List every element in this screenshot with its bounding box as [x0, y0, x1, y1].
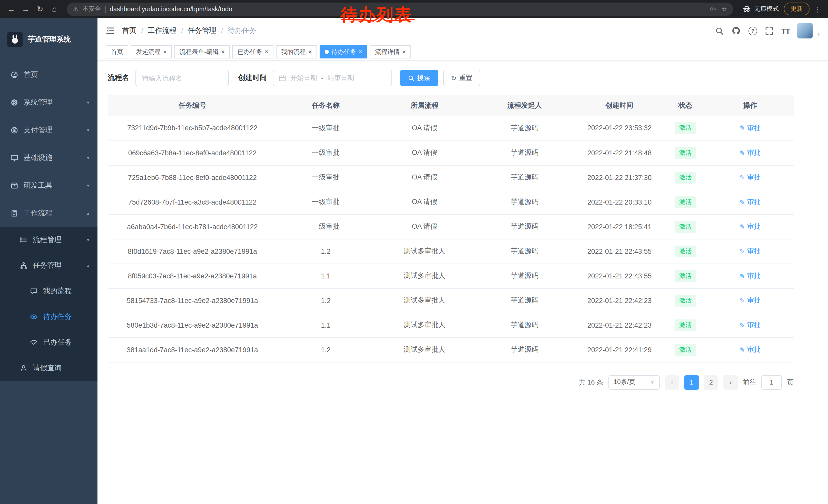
approve-button[interactable]: ✎审批	[740, 148, 760, 157]
approve-button[interactable]: ✎审批	[740, 222, 760, 231]
breadcrumb-workflow[interactable]: 工作流程	[148, 26, 176, 35]
process-name-input[interactable]	[135, 70, 229, 86]
col-status: 状态	[664, 95, 706, 116]
home-icon[interactable]: ⌂	[48, 3, 60, 15]
chevron-left-icon: ‹	[671, 378, 673, 386]
sidebar-item-workflow[interactable]: 工作流程 ▴	[0, 199, 97, 227]
next-page-button[interactable]: ›	[723, 375, 738, 390]
approve-button[interactable]: ✎审批	[740, 271, 760, 280]
close-icon[interactable]: ×	[265, 49, 268, 55]
sidebar-toggle-icon[interactable]	[106, 26, 115, 35]
sidebar-item-leave-query[interactable]: 请假查询	[0, 355, 97, 381]
sidebar-item-system[interactable]: 系统管理 ▾	[0, 89, 97, 117]
help-icon[interactable]: ?	[748, 27, 757, 35]
sidebar-item-todo-tasks[interactable]: 待办任务	[0, 304, 97, 330]
page-button-1[interactable]: 1	[685, 375, 699, 390]
sidebar-item-infrastructure[interactable]: 基础设施 ▾	[0, 144, 97, 172]
tab-todo-tasks[interactable]: 待办任务 ×	[320, 45, 367, 58]
forward-icon[interactable]: →	[19, 3, 32, 15]
sidebar-item-payment[interactable]: 支付管理 ▾	[0, 117, 97, 144]
table-row: 58154733-7ac8-11ec-a9e2-a2380e71991a 1.2…	[108, 288, 794, 313]
github-icon[interactable]	[732, 26, 741, 35]
col-starter: 流程发起人	[474, 95, 575, 116]
chevron-up-icon: ▴	[87, 211, 89, 216]
status-badge: 激活	[675, 196, 696, 208]
status-badge: 激活	[675, 294, 696, 306]
goto-suffix: 页	[787, 378, 794, 387]
chevron-down-icon[interactable]: ▾	[818, 32, 820, 37]
breadcrumb-task-mgmt[interactable]: 任务管理	[188, 26, 216, 35]
sidebar-item-process-mgmt[interactable]: 流程管理 ▾	[0, 227, 97, 253]
table-row: 73211d9d-7b9b-11ec-b5b7-acde48001122 一级审…	[108, 116, 794, 140]
browser-menu-icon[interactable]: ⋮	[812, 5, 823, 13]
tab-form-edit[interactable]: 流程表单-编辑 ×	[174, 45, 230, 58]
annotation-strike-line	[341, 15, 416, 23]
approve-button[interactable]: ✎审批	[740, 124, 760, 133]
breadcrumb-home[interactable]: 首页	[122, 26, 136, 35]
tab-process-detail[interactable]: 流程详情 ×	[370, 45, 411, 58]
font-size-icon[interactable]: TT	[781, 27, 790, 35]
back-icon[interactable]: ←	[5, 3, 17, 15]
approve-button[interactable]: ✎审批	[740, 246, 760, 256]
approve-button[interactable]: ✎审批	[740, 296, 760, 305]
search-button[interactable]: 搜索	[400, 70, 438, 86]
reset-button[interactable]: ↻ 重置	[443, 70, 480, 86]
todo-task-table: 任务编号 任务名称 所属流程 流程发起人 创建时间 状态 操作 73211d9d…	[108, 95, 794, 362]
sidebar-item-task-mgmt[interactable]: 任务管理 ▴	[0, 253, 97, 278]
fullscreen-icon[interactable]	[765, 27, 774, 35]
col-task-name: 任务名称	[277, 95, 374, 116]
approve-button[interactable]: ✎审批	[740, 345, 760, 354]
prev-page-button[interactable]: ‹	[665, 375, 679, 390]
search-icon[interactable]	[715, 27, 724, 35]
close-icon[interactable]: ×	[359, 49, 362, 55]
tab-done-tasks[interactable]: 已办任务 ×	[233, 45, 274, 58]
tab-home[interactable]: 首页	[106, 45, 128, 58]
app-logo[interactable]: 芋道管理系统	[0, 18, 97, 61]
reload-icon[interactable]: ↻	[34, 3, 46, 15]
status-badge: 激活	[675, 172, 696, 183]
sidebar-item-done-tasks[interactable]: 已办任务	[0, 330, 97, 355]
password-key-icon[interactable]	[709, 5, 717, 13]
close-icon[interactable]: ×	[221, 49, 225, 55]
update-button[interactable]: 更新	[784, 3, 810, 15]
page-button-2[interactable]: 2	[704, 375, 718, 390]
status-badge: 激活	[675, 319, 696, 331]
chevron-right-icon: ›	[730, 378, 732, 386]
date-range-picker[interactable]: 开始日期 - 结束日期	[273, 70, 392, 86]
close-icon[interactable]: ×	[402, 49, 406, 55]
approve-button[interactable]: ✎审批	[740, 320, 760, 330]
logo-avatar	[7, 32, 23, 47]
tab-start-process[interactable]: 发起流程 ×	[131, 45, 172, 58]
end-date-placeholder[interactable]: 结束日期	[328, 73, 354, 83]
annotation-todo-list: 待办列表	[341, 6, 412, 25]
active-dot	[325, 50, 329, 54]
chevron-down-icon: ▾	[87, 128, 89, 133]
approve-button[interactable]: ✎审批	[740, 197, 760, 207]
edit-icon: ✎	[740, 223, 745, 230]
approve-button[interactable]: ✎审批	[740, 173, 760, 182]
close-icon[interactable]: ×	[163, 49, 167, 55]
bookmark-star-icon[interactable]: ☆	[721, 5, 727, 12]
close-icon[interactable]: ×	[308, 49, 312, 55]
edit-icon: ✎	[740, 124, 745, 132]
goto-page-input[interactable]	[761, 375, 782, 390]
user-icon	[19, 364, 28, 372]
create-time-label: 创建时间	[238, 73, 267, 83]
tab-my-process[interactable]: 我的流程 ×	[276, 45, 317, 58]
sidebar-item-home[interactable]: 首页	[0, 61, 97, 89]
breadcrumb-current: 待办任务	[227, 26, 256, 35]
branch-icon	[19, 262, 28, 270]
url-text[interactable]: dashboard.yudao.iocoder.cn/bpm/task/todo	[110, 5, 233, 12]
page-size-select[interactable]: 10条/页 ▼	[609, 375, 660, 390]
dashboard-icon	[10, 71, 18, 79]
table-row: 8f059c03-7ac8-11ec-a9e2-a2380e71991a 1.1…	[108, 264, 794, 288]
sidebar-item-devtools[interactable]: 研发工具 ▾	[0, 172, 97, 199]
sidebar-item-my-process[interactable]: 我的流程	[0, 278, 97, 304]
not-secure-icon: ⚠	[73, 5, 79, 12]
col-created: 创建时间	[575, 95, 664, 116]
status-badge: 激活	[675, 221, 696, 232]
filter-bar: 流程名 创建时间 开始日期 - 结束日期 搜索 ↻	[108, 70, 818, 86]
avatar[interactable]	[797, 23, 813, 39]
table-row: 8f0d1619-7ac8-11ec-a9e2-a2380e71991a 1.2…	[108, 239, 794, 264]
start-date-placeholder[interactable]: 开始日期	[290, 73, 317, 83]
